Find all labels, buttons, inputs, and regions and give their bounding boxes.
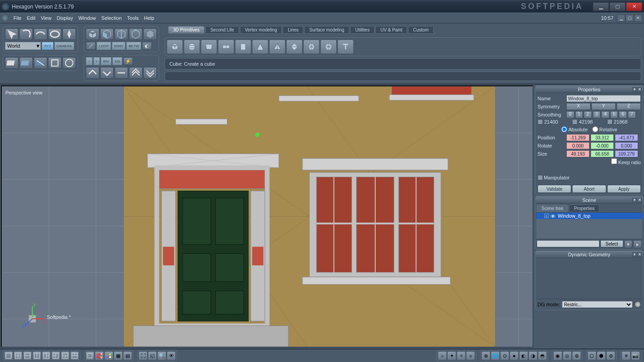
panel-close-icon[interactable]: ✕ — [637, 87, 642, 92]
keep-ratio-checkbox[interactable]: Keep ratio — [611, 158, 641, 165]
sel-ring-button[interactable]: RING — [112, 42, 125, 50]
scene-select-button[interactable]: Select — [600, 240, 623, 247]
angle-bolt-button[interactable]: ⚡ — [123, 57, 133, 65]
layout-3c-button[interactable] — [61, 351, 70, 360]
light-2-button[interactable]: ◎ — [563, 351, 572, 360]
manip-4-button[interactable]: ⟡ — [466, 351, 475, 360]
panel-collapse-icon[interactable]: ▾ — [632, 87, 637, 92]
size-y-input[interactable] — [591, 150, 614, 157]
object-name-input[interactable] — [566, 95, 641, 102]
smooth-1-button[interactable]: 1 — [575, 111, 583, 118]
disp-shade1-button[interactable]: ● — [510, 351, 519, 360]
render-cam-button[interactable]: 📷 — [631, 351, 640, 360]
angle-plus-button[interactable]: + — [93, 57, 100, 65]
smooth-4-button[interactable]: 4 — [601, 111, 609, 118]
tab-uv-paint[interactable]: UV & Paint — [375, 26, 407, 34]
tab-custom[interactable]: Custom — [408, 26, 433, 34]
tab-lines[interactable]: Lines — [283, 26, 303, 34]
sel-auto-button[interactable] — [143, 28, 157, 40]
menu-file[interactable]: File — [11, 15, 24, 21]
rotate-y-input[interactable] — [591, 142, 614, 149]
layout-3d-button[interactable] — [70, 351, 79, 360]
apply-button[interactable]: Apply — [607, 185, 641, 193]
tree-visibility-icon[interactable]: 👁 — [551, 214, 556, 218]
snap-ruler1-button[interactable]: ▦ — [114, 351, 123, 360]
soft-sel-button[interactable]: ／ — [86, 42, 96, 50]
symmetry-x-button[interactable]: X — [566, 103, 591, 110]
grow-1-button[interactable] — [86, 67, 99, 79]
grow-4-button[interactable] — [129, 67, 142, 79]
primitive-cube-button[interactable] — [167, 40, 183, 54]
primitive-icosa-button[interactable] — [303, 40, 320, 54]
select-tool-button[interactable] — [5, 28, 18, 40]
titlebar[interactable]: Hexagon Version 2.5.1.79 SOFTPEDIA ▁ ▢ ✕ — [0, 0, 644, 13]
shading-5-button[interactable] — [62, 57, 76, 69]
render-star-button[interactable]: ✳ — [622, 351, 631, 360]
smooth-3-button[interactable]: 3 — [593, 111, 601, 118]
sel-edge-button[interactable] — [115, 28, 128, 40]
sel-object-button[interactable] — [86, 28, 99, 40]
tab-utilities[interactable]: Utilities — [350, 26, 374, 34]
close-button[interactable]: ✕ — [626, 2, 642, 11]
move-tool-button[interactable] — [19, 28, 33, 40]
rotate-z-input[interactable] — [615, 142, 638, 149]
symmetry-z-button[interactable]: Z — [617, 103, 641, 110]
tab-second-life[interactable]: Second Life — [205, 26, 239, 34]
scene-opt2-button[interactable]: ▸ — [633, 240, 642, 248]
sel-betw-button[interactable]: BETW — [126, 42, 141, 50]
snap-grid2-button[interactable] — [104, 351, 113, 360]
validate-button[interactable]: Validate — [537, 185, 571, 193]
coord-camera-button[interactable]: CAMERA — [54, 42, 74, 50]
position-z-input[interactable] — [615, 134, 638, 141]
manip-3-button[interactable]: ✧ — [457, 351, 466, 360]
snap-grid-button[interactable] — [85, 351, 94, 360]
scene-header[interactable]: Scene ▾✕ — [536, 197, 643, 204]
zoom-sel-button[interactable]: ◱ — [148, 351, 157, 360]
relative-radio[interactable]: Relative — [592, 126, 617, 132]
primitive-pyramid-button[interactable] — [269, 40, 285, 54]
scale-tool-button[interactable] — [48, 28, 62, 40]
sel-loop-button[interactable]: LOOP — [97, 42, 111, 50]
disp-wire-button[interactable]: ⊕ — [481, 351, 490, 360]
size-z-input[interactable] — [615, 150, 638, 157]
primitive-text-button[interactable] — [338, 40, 354, 54]
primitive-cylinder-button[interactable] — [235, 40, 251, 54]
inner-restore-button[interactable]: ▢ — [626, 14, 634, 22]
sel-vertex-button[interactable] — [129, 28, 142, 40]
grow-3-button[interactable] — [115, 67, 128, 79]
misc-3-button[interactable]: ⊚ — [606, 351, 615, 360]
scene-tree-tab[interactable]: Scene tree — [537, 205, 568, 212]
absolute-radio[interactable]: Absolute — [561, 126, 588, 132]
panel-collapse-icon[interactable]: ▾ — [632, 198, 637, 202]
layout-single-button[interactable] — [4, 351, 13, 360]
smooth-0-button[interactable]: 0 — [566, 111, 574, 118]
disp-globe1-button[interactable]: 🌐 — [491, 351, 500, 360]
maximize-button[interactable]: ▢ — [609, 2, 626, 11]
menu-window[interactable]: Window — [76, 15, 98, 21]
abort-button[interactable]: Abort — [572, 185, 606, 193]
scene-tree[interactable]: ⌂ 👁 Window_8_top — [536, 212, 643, 239]
angle-1n-button[interactable]: 1/N — [112, 57, 122, 65]
menu-help[interactable]: Help — [142, 15, 157, 21]
smooth-7-button[interactable]: 7 — [628, 111, 636, 118]
layout-3a-button[interactable] — [42, 351, 51, 360]
light-1-button[interactable]: ◉ — [553, 351, 562, 360]
layout-quad-button[interactable] — [13, 351, 22, 360]
zoom-extents-button[interactable]: ⛶ — [138, 351, 147, 360]
menu-edit[interactable]: Edit — [24, 15, 38, 21]
shading-4-button[interactable] — [48, 57, 62, 69]
zoom-in-button[interactable]: 🔍 — [157, 351, 166, 360]
rotate-x-input[interactable] — [566, 142, 590, 149]
tree-item-selected[interactable]: ⌂ 👁 Window_8_top — [536, 213, 642, 219]
misc-1-button[interactable]: ⬡ — [587, 351, 596, 360]
grow-2-button[interactable] — [100, 67, 114, 79]
position-x-input[interactable] — [566, 134, 590, 141]
properties-header[interactable]: Properties ▾✕ — [536, 86, 643, 93]
dg-mode-select[interactable]: Restric... — [562, 301, 633, 308]
dg-header[interactable]: Dynamic Geometry ▾✕ — [536, 251, 643, 258]
smooth-2-button[interactable]: 2 — [584, 111, 592, 118]
tree-lock-icon[interactable]: ⌂ — [544, 214, 549, 218]
sel-toggle-button[interactable]: ◐ — [142, 42, 152, 50]
menu-display[interactable]: Display — [54, 15, 76, 21]
manip-2-button[interactable]: ✦ — [447, 351, 456, 360]
